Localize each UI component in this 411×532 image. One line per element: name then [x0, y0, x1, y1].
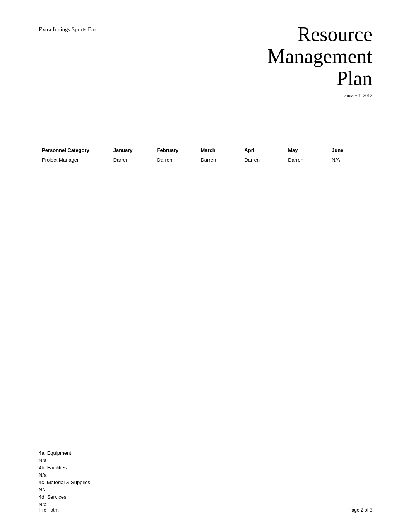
col-header-june: June: [329, 145, 372, 155]
section-materials-label: 4c. Material & Supplies: [39, 479, 372, 485]
table-row: Project Manager Darren Darren Darren Dar…: [39, 155, 372, 164]
col-header-january: January: [110, 145, 154, 155]
col-header-april: April: [241, 145, 285, 155]
footer: File Path : Page 2 of 3: [39, 507, 372, 513]
materials-label-text: 4c. Material & Supplies: [39, 479, 90, 485]
personnel-table: Personnel Category January February Marc…: [39, 145, 372, 164]
section-facilities-label: 4b. Facilities: [39, 465, 372, 471]
facilities-label-text: 4b. Facilities: [39, 465, 67, 471]
materials-value-text: N/a: [39, 487, 46, 493]
header: Extra Innings Sports Bar ResourceManagem…: [39, 23, 372, 99]
spacer: [39, 114, 372, 145]
section-materials-value: N/a: [39, 487, 372, 493]
main-title: ResourceManagementPlan: [267, 23, 372, 90]
cell-june: N/A: [329, 155, 372, 164]
cell-may: Darren: [285, 155, 329, 164]
col-header-march: March: [197, 145, 241, 155]
section-equipment-label: 4a. Equipment: [39, 450, 372, 456]
table-header-row: Personnel Category January February Marc…: [39, 145, 372, 155]
equipment-value-text: N/a: [39, 457, 46, 463]
content-area: Personnel Category January February Marc…: [39, 145, 372, 435]
cell-march: Darren: [197, 155, 241, 164]
equipment-label-text: 4a. Equipment: [39, 450, 71, 456]
services-label-text: 4d. Services: [39, 494, 67, 500]
company-name: Extra Innings Sports Bar: [39, 26, 96, 33]
file-path-label: File Path :: [39, 507, 60, 513]
section-services-label: 4d. Services: [39, 494, 372, 500]
bottom-section: 4a. Equipment N/a 4b. Facilities N/a 4c.…: [39, 435, 372, 509]
cell-january: Darren: [110, 155, 154, 164]
date-text: January 1, 2012: [267, 93, 372, 99]
section-facilities-value: N/a: [39, 472, 372, 478]
col-header-february: February: [154, 145, 198, 155]
cell-february: Darren: [154, 155, 198, 164]
col-header-category: Personnel Category: [39, 145, 110, 155]
facilities-value-text: N/a: [39, 472, 46, 478]
page: Extra Innings Sports Bar ResourceManagem…: [0, 0, 411, 532]
main-title-text: ResourceManagementPlan: [267, 23, 372, 89]
section-services-value: N/a: [39, 501, 372, 507]
services-value-text: N/a: [39, 501, 46, 507]
cell-category: Project Manager: [39, 155, 110, 164]
page-info: Page 2 of 3: [349, 507, 372, 513]
col-header-may: May: [285, 145, 329, 155]
section-equipment-value: N/a: [39, 457, 372, 463]
title-block: ResourceManagementPlan January 1, 2012: [267, 23, 372, 99]
cell-april: Darren: [241, 155, 285, 164]
